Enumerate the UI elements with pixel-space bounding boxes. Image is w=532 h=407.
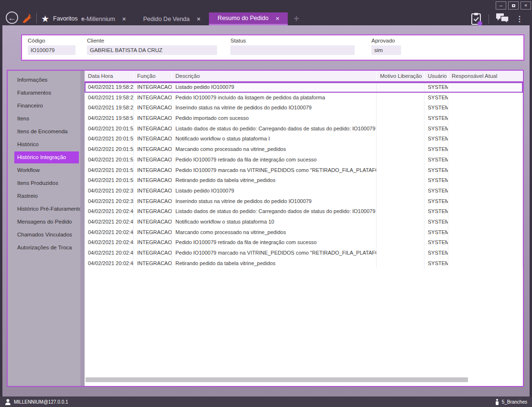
cell-usuario: SYSTEM	[424, 144, 448, 155]
cell-descricao: Listado dados de status do pedido: Carre…	[172, 124, 377, 134]
cell-responsavel-atual	[448, 82, 523, 93]
column-header-descrição[interactable]: Descrição	[172, 71, 377, 81]
cell-descricao: Marcando como processado na vitrine_pedi…	[172, 144, 377, 155]
sidebar-item-faturamentos[interactable]: Faturamentos	[14, 87, 79, 99]
cell-motivo-liberacao	[377, 237, 424, 248]
titlebar-icons: ⋮	[471, 12, 523, 26]
cell-usuario: SYSTEM	[424, 196, 448, 207]
cell-funcao: INTEGRACAO	[134, 175, 172, 186]
cell-motivo-liberacao	[377, 258, 424, 269]
cell-funcao: INTEGRACAO	[134, 124, 172, 134]
cell-motivo-liberacao	[377, 196, 424, 207]
sidebar-item-chamados-vinculados[interactable]: Chamados Vinculados	[14, 229, 79, 241]
cell-data-hora: 04/02/2021 19:58:29	[85, 103, 134, 113]
cell-funcao: INTEGRACAO	[134, 206, 172, 217]
cell-data-hora: 04/02/2021 20:02:42	[85, 227, 134, 238]
table-row[interactable]: 04/02/2021 19:58:29INTEGRACAOPedido IO10…	[85, 93, 523, 103]
table-row[interactable]: 04/02/2021 20:01:50INTEGRACAONotificado …	[85, 134, 523, 144]
close-button[interactable]: ×	[521, 1, 531, 10]
cell-responsavel-atual	[448, 206, 523, 217]
cell-responsavel-atual	[448, 124, 523, 134]
column-header-data-hora[interactable]: Data Hora	[85, 71, 134, 81]
table-row[interactable]: 04/02/2021 20:02:42INTEGRACAOListado dad…	[85, 206, 523, 217]
column-header-responsável-atual[interactable]: Responsável Atual	[448, 71, 523, 81]
table-row[interactable]: 04/02/2021 20:02:44INTEGRACAOPedido IO10…	[85, 248, 523, 258]
table-row[interactable]: 04/02/2021 20:01:52INTEGRACAORetirando p…	[85, 175, 523, 186]
sidebar-item-histórico-pré-faturamento[interactable]: Histórico Pré-Faturamento	[14, 203, 79, 215]
sidebar-item-itens-produzidos[interactable]: Itens Produzidos	[14, 177, 79, 189]
cell-usuario: SYSTEM	[424, 186, 448, 196]
table-row[interactable]: 04/02/2021 20:02:42INTEGRACAOMarcando co…	[85, 227, 523, 238]
tab-pedido-de-venda[interactable]: Pedido De Venda×	[134, 12, 209, 25]
column-header-função[interactable]: Função	[134, 71, 172, 81]
cell-descricao: Pedido IO100079 retirado da fila de inte…	[172, 155, 377, 165]
sidebar-item-itens-de-encomenda[interactable]: Itens de Encomenda	[14, 126, 79, 138]
kebab-menu-icon[interactable]: ⋮	[516, 12, 523, 26]
tab-e-millennium[interactable]: e-Millennium×	[73, 12, 134, 25]
cell-responsavel-atual	[448, 196, 523, 207]
tab-resumo-do-pedido[interactable]: Resumo do Pedido×	[209, 12, 288, 25]
minimize-icon: –	[499, 2, 502, 8]
back-button[interactable]: ←	[6, 11, 18, 24]
cell-responsavel-atual	[448, 227, 523, 238]
cell-descricao: Listado pedido IO100079	[172, 82, 377, 93]
field-input-código[interactable]	[28, 45, 76, 55]
cell-funcao: INTEGRACAO	[134, 165, 172, 176]
cell-data-hora: 04/02/2021 20:01:50	[85, 144, 134, 155]
table-row[interactable]: 04/02/2021 20:01:52INTEGRACAOPedido IO10…	[85, 165, 523, 176]
field-input-cliente[interactable]	[87, 45, 217, 55]
cell-descricao: Retirando pedido da tabela vitrine_pedid…	[172, 175, 377, 186]
field-input-aprovado[interactable]	[371, 45, 401, 55]
table-row[interactable]: 04/02/2021 19:58:29INTEGRACAOInserindo s…	[85, 103, 523, 113]
table-row[interactable]: 04/02/2021 20:01:50INTEGRACAOListado dad…	[85, 124, 523, 134]
sidebar-item-informações[interactable]: Informações	[14, 74, 79, 86]
cell-motivo-liberacao	[377, 82, 424, 93]
cell-funcao: INTEGRACAO	[134, 248, 172, 258]
field-código: Código	[28, 38, 76, 55]
cell-responsavel-atual	[448, 175, 523, 186]
title-bar: – × ← ★ Favoritos ▾ e-Millennium×Pedido …	[0, 0, 532, 25]
clipboard-notification-icon[interactable]	[471, 12, 482, 26]
sidebar-item-workflow[interactable]: Workflow	[14, 164, 79, 176]
cell-funcao: INTEGRACAO	[134, 155, 172, 165]
table-row[interactable]: 04/02/2021 20:02:44INTEGRACAORetirando p…	[85, 258, 523, 269]
field-input-status[interactable]	[230, 45, 355, 55]
table-row[interactable]: 04/02/2021 20:02:39INTEGRACAOInserindo s…	[85, 196, 523, 207]
column-header-usuário[interactable]: Usuário	[424, 71, 448, 81]
tab-close-icon[interactable]: ×	[276, 15, 280, 22]
table-row[interactable]: 04/02/2021 19:58:29INTEGRACAOListado ped…	[85, 82, 523, 93]
cell-data-hora: 04/02/2021 20:02:44	[85, 248, 134, 258]
sidebar-item-histórico[interactable]: Histórico	[14, 139, 79, 150]
chat-bubbles-icon[interactable]	[495, 12, 510, 26]
maximize-button[interactable]	[508, 1, 519, 10]
add-tab-button[interactable]: +	[288, 12, 305, 25]
cell-usuario: SYSTEM	[424, 175, 448, 186]
table-row[interactable]: 04/02/2021 20:02:42INTEGRACAONotificado …	[85, 217, 523, 227]
sidebar-item-financeiro[interactable]: Financeiro	[14, 100, 79, 112]
cell-descricao: Pedido IO100079 incluído da listagem de …	[172, 93, 377, 103]
branches-indicator[interactable]: 5_Branches	[495, 399, 527, 405]
table-row[interactable]: 04/02/2021 20:01:52INTEGRACAOPedido IO10…	[85, 155, 523, 165]
sidebar-item-histórico-integração[interactable]: Histórico Integração	[14, 151, 79, 163]
field-status: Status	[230, 38, 355, 55]
connection-label: MILLENNIUM@127.0.0.1	[14, 399, 68, 405]
table-row[interactable]: 04/02/2021 19:58:57INTEGRACAOPedido impo…	[85, 113, 523, 124]
tab-close-icon[interactable]: ×	[122, 15, 126, 22]
branches-icon	[495, 399, 499, 405]
cell-usuario: SYSTEM	[424, 134, 448, 144]
cell-data-hora: 04/02/2021 20:02:42	[85, 217, 134, 227]
star-icon: ★	[41, 13, 49, 24]
sidebar-item-rastreio[interactable]: Rastreio	[14, 190, 79, 202]
table-row[interactable]: 04/02/2021 20:01:50INTEGRACAOMarcando co…	[85, 144, 523, 155]
content-area: CódigoClienteStatusAprovado InformaçõesF…	[2, 25, 530, 396]
table-row[interactable]: 04/02/2021 20:02:39INTEGRACAOListado ped…	[85, 186, 523, 196]
sidebar-item-autorizações-de-troca[interactable]: Autorizações de Troca	[14, 242, 79, 254]
sidebar-item-itens[interactable]: Itens	[14, 113, 79, 125]
field-label: Cliente	[87, 38, 217, 43]
column-header-motivo-liberação[interactable]: Motivo Liberação	[377, 71, 424, 81]
tab-close-icon[interactable]: ×	[197, 15, 201, 22]
horizontal-scrollbar-thumb[interactable]	[86, 377, 468, 382]
minimize-button[interactable]: –	[496, 1, 506, 10]
sidebar-item-mensagens-do-pedido[interactable]: Mensagens do Pedido	[14, 216, 79, 228]
table-row[interactable]: 04/02/2021 20:02:44INTEGRACAOPedido IO10…	[85, 237, 523, 248]
